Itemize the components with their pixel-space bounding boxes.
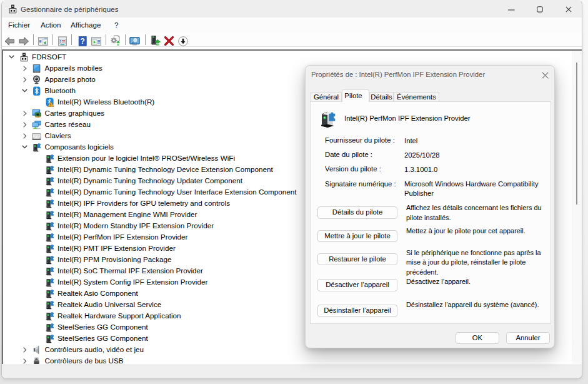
svg-text:?: ? [80, 37, 84, 46]
